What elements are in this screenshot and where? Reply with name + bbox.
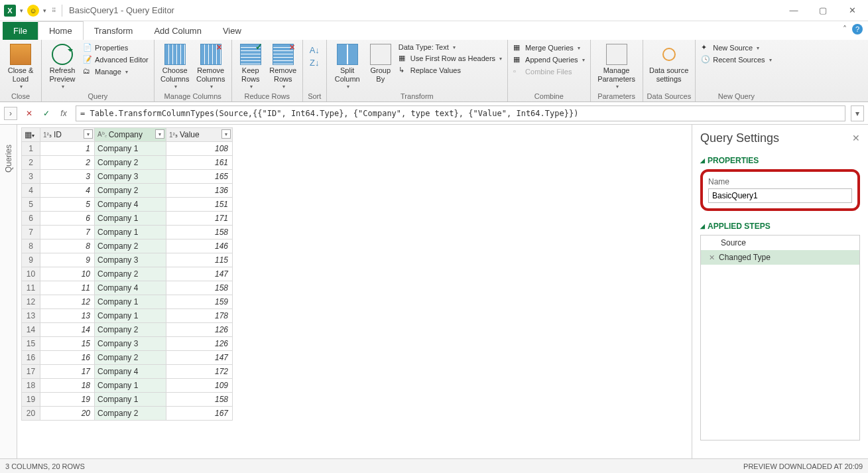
table-row[interactable]: 1717Company 4172	[22, 365, 233, 379]
cell-value[interactable]: 165	[166, 170, 233, 184]
minimize-button[interactable]: —	[782, 3, 806, 19]
fx-icon[interactable]: fx	[57, 107, 70, 120]
cell-id[interactable]: 12	[40, 295, 95, 309]
collapse-ribbon-icon[interactable]: ˄	[843, 25, 847, 34]
table-row[interactable]: 66Company 1171	[22, 212, 233, 226]
row-number[interactable]: 19	[22, 393, 40, 407]
column-header-id[interactable]: 1²₃ID ▾	[40, 128, 95, 142]
cell-company[interactable]: Company 1	[95, 212, 166, 226]
cell-id[interactable]: 7	[40, 226, 95, 239]
table-row[interactable]: 44Company 2136	[22, 184, 233, 198]
properties-section-header[interactable]: PROPERTIES	[700, 156, 860, 165]
cell-value[interactable]: 126	[166, 323, 233, 337]
merge-queries-button[interactable]: ▦Merge Queries▾	[512, 42, 586, 53]
cell-value[interactable]: 147	[166, 267, 233, 281]
qat-dropdown-1[interactable]: ▾	[19, 7, 25, 14]
cell-company[interactable]: Company 3	[95, 253, 166, 267]
table-row[interactable]: 1010Company 2147	[22, 267, 233, 281]
table-row[interactable]: 88Company 2146	[22, 239, 233, 253]
properties-button[interactable]: 📄Properties	[82, 42, 150, 53]
cell-value[interactable]: 136	[166, 184, 233, 198]
column-header-company[interactable]: Aᵇ꜀Company ▾	[95, 128, 166, 142]
row-number[interactable]: 6	[22, 212, 40, 226]
cell-id[interactable]: 8	[40, 239, 95, 253]
row-number[interactable]: 14	[22, 323, 40, 337]
cell-value[interactable]: 126	[166, 337, 233, 351]
cell-value[interactable]: 151	[166, 198, 233, 212]
cell-company[interactable]: Company 3	[95, 170, 166, 184]
cell-value[interactable]: 146	[166, 239, 233, 253]
cell-company[interactable]: Company 1	[95, 226, 166, 239]
table-corner[interactable]: ▦▾	[22, 128, 40, 142]
remove-rows-button[interactable]: Remove Rows▾	[268, 42, 298, 90]
table-row[interactable]: 1313Company 1178	[22, 309, 233, 323]
cell-value[interactable]: 158	[166, 226, 233, 239]
cell-id[interactable]: 15	[40, 337, 95, 351]
formula-dropdown[interactable]: ▾	[851, 105, 864, 121]
cell-company[interactable]: Company 4	[95, 281, 166, 295]
qat-dropdown-2[interactable]: ▾	[42, 7, 48, 14]
cancel-formula-icon[interactable]: ✕	[23, 107, 36, 120]
close-settings-button[interactable]: ✕	[852, 133, 860, 143]
delete-step-icon[interactable]: ✕	[709, 253, 715, 262]
cell-id[interactable]: 9	[40, 253, 95, 267]
cell-value[interactable]: 108	[166, 142, 233, 156]
remove-columns-button[interactable]: Remove Columns▾	[194, 42, 227, 90]
use-first-row-button[interactable]: ▦Use First Row as Headers▾	[397, 53, 503, 64]
table-row[interactable]: 22Company 2161	[22, 156, 233, 170]
data-type-button[interactable]: Data Type: Text▾	[397, 42, 503, 52]
cell-id[interactable]: 11	[40, 281, 95, 295]
cell-company[interactable]: Company 3	[95, 337, 166, 351]
cell-company[interactable]: Company 2	[95, 323, 166, 337]
expand-queries-button[interactable]: ›	[4, 107, 17, 120]
recent-sources-button[interactable]: 🕓Recent Sources▾	[700, 54, 773, 65]
cell-value[interactable]: 159	[166, 295, 233, 309]
row-number[interactable]: 7	[22, 226, 40, 239]
table-row[interactable]: 99Company 3115	[22, 253, 233, 267]
split-column-button[interactable]: Split Column▾	[331, 42, 364, 90]
sort-asc-button[interactable]: A↓	[310, 45, 320, 55]
cell-value[interactable]: 158	[166, 393, 233, 407]
tab-add-column[interactable]: Add Column	[143, 22, 212, 40]
close-load-button[interactable]: Close & Load▾	[4, 42, 37, 90]
table-row[interactable]: 11Company 1108	[22, 142, 233, 156]
tab-home[interactable]: Home	[38, 21, 84, 40]
maximize-button[interactable]: ▢	[811, 3, 835, 19]
cell-id[interactable]: 20	[40, 407, 95, 421]
applied-steps-header[interactable]: APPLIED STEPS	[700, 222, 860, 231]
cell-company[interactable]: Company 1	[95, 142, 166, 156]
filter-value-button[interactable]: ▾	[221, 129, 231, 139]
row-number[interactable]: 5	[22, 198, 40, 212]
cell-value[interactable]: 172	[166, 365, 233, 379]
cell-value[interactable]: 161	[166, 156, 233, 170]
row-number[interactable]: 18	[22, 379, 40, 393]
cell-id[interactable]: 2	[40, 156, 95, 170]
cell-company[interactable]: Company 4	[95, 198, 166, 212]
table-row[interactable]: 1515Company 3126	[22, 337, 233, 351]
row-number[interactable]: 11	[22, 281, 40, 295]
row-number[interactable]: 13	[22, 309, 40, 323]
row-number[interactable]: 4	[22, 184, 40, 198]
sort-desc-button[interactable]: Z↓	[310, 58, 319, 68]
row-number[interactable]: 12	[22, 295, 40, 309]
cell-id[interactable]: 14	[40, 323, 95, 337]
row-number[interactable]: 2	[22, 156, 40, 170]
table-row[interactable]: 55Company 4151	[22, 198, 233, 212]
replace-values-button[interactable]: ↳Replace Values	[397, 65, 503, 76]
table-row[interactable]: 1818Company 1109	[22, 379, 233, 393]
queries-pane-collapsed[interactable]: Queries	[0, 125, 17, 458]
cell-value[interactable]: 115	[166, 253, 233, 267]
table-row[interactable]: 1616Company 2147	[22, 351, 233, 365]
row-number[interactable]: 8	[22, 239, 40, 253]
cell-company[interactable]: Company 2	[95, 407, 166, 421]
cell-company[interactable]: Company 1	[95, 393, 166, 407]
cell-company[interactable]: Company 2	[95, 239, 166, 253]
table-row[interactable]: 1919Company 1158	[22, 393, 233, 407]
cell-id[interactable]: 19	[40, 393, 95, 407]
help-icon[interactable]: ?	[852, 24, 863, 34]
query-name-input[interactable]	[708, 188, 852, 203]
table-row[interactable]: 1111Company 4158	[22, 281, 233, 295]
cell-id[interactable]: 13	[40, 309, 95, 323]
qat-customize[interactable]: ⠿	[50, 7, 58, 14]
cell-id[interactable]: 1	[40, 142, 95, 156]
